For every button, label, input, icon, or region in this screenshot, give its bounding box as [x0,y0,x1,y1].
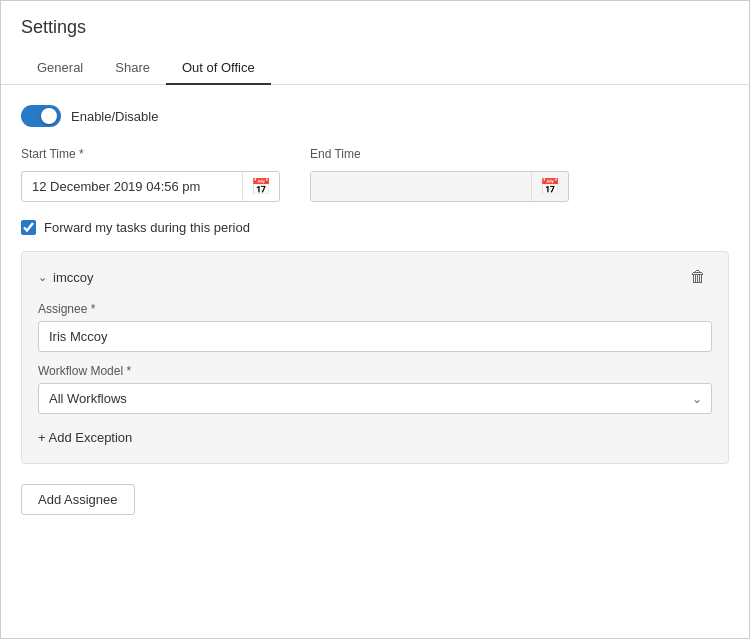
start-time-label: Start Time * [21,147,280,161]
add-exception-button[interactable]: + Add Exception [38,426,132,449]
tabs-bar: General Share Out of Office [21,52,729,84]
assignee-input[interactable] [38,321,712,352]
calendar-icon: 📅 [251,178,271,195]
end-time-calendar-button: 📅 [531,172,568,201]
assignee-card-title: ⌄ imccoy [38,270,93,285]
workflow-select[interactable]: All Workflows Workflow A Workflow B [38,383,712,414]
start-time-calendar-button[interactable]: 📅 [242,172,279,201]
tab-general[interactable]: General [21,52,99,85]
assignee-field-label: Assignee * [38,302,712,316]
end-time-input-wrap: 📅 [310,171,569,202]
tab-content: Enable/Disable Start Time * 📅 End Time � [1,85,749,535]
workflow-field-label: Workflow Model * [38,364,712,378]
assignee-card: ⌄ imccoy 🗑 Assignee * Workflow Model * A… [21,251,729,464]
workflow-select-wrap: All Workflows Workflow A Workflow B ⌄ [38,383,712,414]
forward-tasks-checkbox[interactable] [21,220,36,235]
workflow-field-group: Workflow Model * All Workflows Workflow … [38,364,712,414]
delete-icon: 🗑 [690,268,706,285]
toggle-thumb [41,108,57,124]
settings-window: Settings General Share Out of Office Ena… [0,0,750,639]
calendar-icon-end: 📅 [540,178,560,195]
time-row: Start Time * 📅 End Time 📅 [21,147,729,202]
start-time-input-wrap: 📅 [21,171,280,202]
window-header: Settings General Share Out of Office [1,1,749,85]
start-time-input[interactable] [22,172,242,201]
end-time-input[interactable] [311,172,531,201]
page-title: Settings [21,17,729,38]
assignee-card-header: ⌄ imccoy 🗑 [38,266,712,288]
add-assignee-label: Add Assignee [38,492,118,507]
enable-toggle[interactable] [21,105,61,127]
assignee-name: imccoy [53,270,93,285]
tab-share[interactable]: Share [99,52,166,85]
forward-tasks-label[interactable]: Forward my tasks during this period [44,220,250,235]
add-assignee-button[interactable]: Add Assignee [21,484,135,515]
delete-assignee-button[interactable]: 🗑 [684,266,712,288]
assignee-field-group: Assignee * [38,302,712,352]
enable-disable-row: Enable/Disable [21,105,729,127]
start-time-field: Start Time * 📅 [21,147,280,202]
assignee-chevron-icon: ⌄ [38,271,47,284]
end-time-field: End Time 📅 [310,147,569,202]
forward-tasks-row: Forward my tasks during this period [21,220,729,235]
toggle-label: Enable/Disable [71,109,158,124]
tab-out-of-office[interactable]: Out of Office [166,52,271,85]
add-exception-label: + Add Exception [38,430,132,445]
end-time-label: End Time [310,147,569,161]
